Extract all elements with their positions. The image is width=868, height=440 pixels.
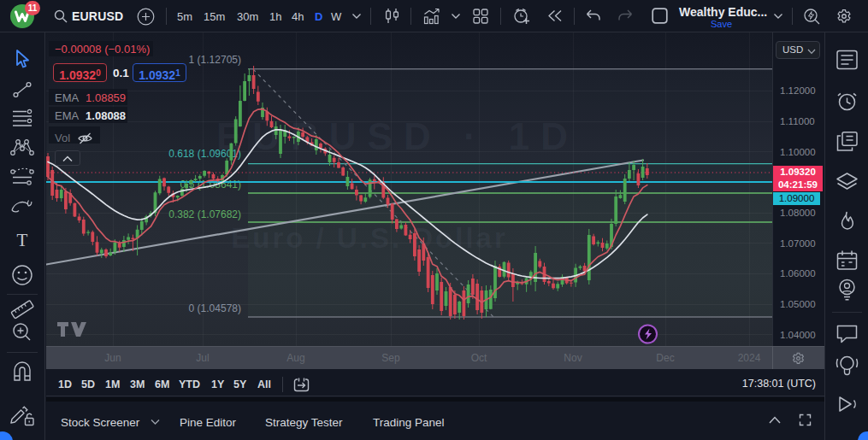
svg-text:Euro / U.S. Dollar: Euro / U.S. Dollar — [231, 222, 508, 254]
svg-text:0 (1.04578): 0 (1.04578) — [189, 302, 241, 314]
svg-text:1 (1.12705): 1 (1.12705) — [189, 54, 241, 66]
svg-text:0.382 (1.07682): 0.382 (1.07682) — [168, 208, 241, 220]
